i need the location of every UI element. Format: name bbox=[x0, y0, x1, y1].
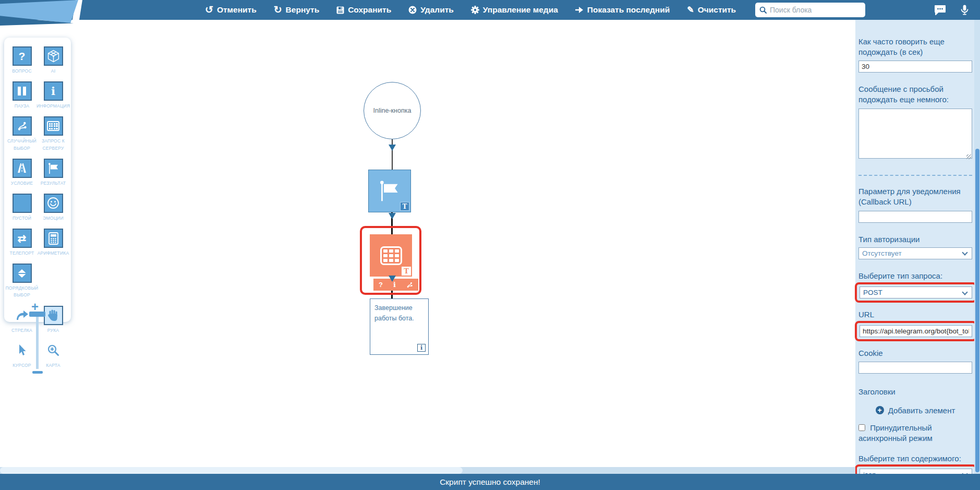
horizontal-scrollbar-thumb[interactable] bbox=[0, 467, 463, 474]
ai-hexagon-icon bbox=[47, 50, 60, 63]
note-info-icon[interactable]: i bbox=[417, 344, 426, 352]
branch-chip-icon[interactable] bbox=[406, 281, 413, 289]
url-label: URL bbox=[858, 309, 972, 320]
zoom-map-icon bbox=[47, 344, 59, 356]
start-node-label: Inline-кнопка bbox=[373, 107, 412, 114]
flag-icon bbox=[378, 180, 401, 202]
palette-item-cursor-tool[interactable]: КУРСОР bbox=[7, 341, 37, 369]
search-icon bbox=[759, 6, 767, 14]
smiley-icon bbox=[47, 197, 59, 209]
palette-label: РЕЗУЛЬТАТ bbox=[41, 180, 66, 187]
up-down-icon bbox=[17, 268, 27, 279]
palette-item-pause[interactable]: ПАУЗА bbox=[7, 81, 37, 110]
vertical-scrollbar-thumb[interactable] bbox=[975, 149, 979, 472]
question-chip-icon[interactable]: ? bbox=[379, 281, 383, 289]
palette-item-arithmetic[interactable]: АРИФМЕТИКА bbox=[38, 229, 68, 257]
divider bbox=[858, 175, 972, 176]
palette-item-result[interactable]: РЕЗУЛЬТАТ bbox=[38, 159, 68, 187]
search-input[interactable] bbox=[770, 6, 864, 14]
flag-icon bbox=[47, 162, 59, 174]
palette-item-map-tool[interactable]: КАРТА bbox=[38, 341, 68, 369]
request-type-value: POST bbox=[863, 289, 882, 296]
vertical-scrollbar[interactable] bbox=[974, 20, 980, 474]
palette-item-question[interactable]: ? ВОПРОС bbox=[7, 46, 37, 75]
force-async-label: Принудительный асинхронный режим bbox=[858, 423, 933, 443]
request-type-label: Выберите тип запроса: bbox=[858, 271, 972, 281]
highlight-url bbox=[855, 321, 977, 341]
delete-label: Удалить bbox=[420, 5, 454, 15]
clear-button[interactable]: ✎ Очистить bbox=[687, 5, 736, 15]
info-chip-icon[interactable]: i bbox=[393, 281, 396, 289]
palette-label: КУРСОР bbox=[13, 362, 31, 369]
chevron-down-icon bbox=[962, 250, 967, 256]
callback-url-label: Параметр для уведомления (Callback URL) bbox=[858, 186, 972, 208]
zoom-slider-track[interactable] bbox=[36, 313, 39, 369]
start-node-inline-button[interactable]: Inline-кнопка bbox=[364, 82, 421, 139]
undo-button[interactable]: ↺ Отменить bbox=[205, 5, 257, 15]
palette-item-empty[interactable]: ПУСТОЙ bbox=[7, 194, 37, 222]
plus-circle-icon: + bbox=[876, 406, 884, 414]
add-element-button[interactable]: + Добавить элемент bbox=[858, 406, 972, 415]
auth-type-label: Тип авторизации bbox=[858, 234, 972, 245]
palette-label: ПАУЗА bbox=[15, 103, 29, 110]
cursor-icon bbox=[16, 344, 28, 356]
pencil-icon: ✎ bbox=[687, 6, 694, 14]
palette-item-condition[interactable]: УСЛОВИЕ bbox=[7, 159, 37, 187]
wait-message-textarea[interactable] bbox=[858, 109, 972, 159]
delete-button[interactable]: Удалить bbox=[408, 5, 454, 15]
horizontal-scrollbar[interactable] bbox=[0, 467, 855, 474]
show-last-button[interactable]: Показать последний bbox=[575, 5, 670, 15]
zoom-out-button[interactable] bbox=[32, 371, 43, 374]
wait-interval-input[interactable] bbox=[858, 61, 972, 73]
palette-item-hand-tool[interactable]: РУКА bbox=[38, 306, 68, 334]
undo-icon: ↺ bbox=[205, 6, 213, 14]
chat-icon[interactable] bbox=[934, 5, 946, 15]
server-request-node-selected[interactable]: T bbox=[370, 234, 412, 277]
zoom-slider-handle[interactable] bbox=[29, 312, 45, 317]
gear-icon bbox=[471, 6, 479, 14]
save-button[interactable]: Сохранить bbox=[336, 5, 391, 15]
palette-label: ПУСТОЙ bbox=[13, 215, 31, 222]
palette-item-ordered-choice[interactable]: ПОРЯДКОВЫЙ ВЫБОР bbox=[7, 264, 37, 298]
headers-label: Заголовки bbox=[858, 387, 972, 397]
palette-item-emotions[interactable]: ЭМОЦИИ bbox=[38, 194, 68, 222]
palette-label: AI bbox=[51, 68, 55, 75]
callback-url-input[interactable] bbox=[858, 211, 972, 223]
palette-label: АРИФМЕТИКА bbox=[38, 250, 69, 257]
url-input[interactable] bbox=[860, 325, 972, 337]
chevron-down-icon bbox=[962, 289, 967, 295]
note-block[interactable]: Завершение работы бота. i bbox=[370, 298, 429, 355]
force-async-checkbox[interactable] bbox=[858, 424, 865, 431]
auth-type-select[interactable]: Отсутствует bbox=[858, 247, 972, 259]
redo-icon: ↻ bbox=[274, 6, 282, 14]
redo-button[interactable]: ↻ Вернуть bbox=[274, 5, 320, 15]
microphone-icon[interactable] bbox=[961, 5, 969, 16]
clear-label: Очистить bbox=[698, 5, 736, 15]
palette-item-random-choice[interactable]: СЛУЧАЙНЫЙ ВЫБОР bbox=[7, 116, 37, 151]
request-type-select[interactable]: POST bbox=[860, 286, 972, 298]
media-management-button[interactable]: Управление медиа bbox=[471, 5, 558, 15]
palette-label: ПОРЯДКОВЫЙ ВЫБОР bbox=[6, 285, 39, 298]
road-icon bbox=[16, 163, 28, 173]
settings-panel: Как часто говорить еще подождать (в сек)… bbox=[855, 20, 980, 474]
palette-label: ВОПРОС bbox=[12, 68, 32, 75]
palette-item-teleport[interactable]: ⇄ ТЕЛЕПОРТ bbox=[7, 229, 37, 257]
toolbar: ↺ Отменить ↻ Вернуть Сохранить Удалить У… bbox=[0, 0, 980, 20]
palette-label: ЭМОЦИИ bbox=[43, 215, 64, 222]
result-flag-node[interactable]: T bbox=[368, 170, 411, 212]
node-action-bar: ? i bbox=[373, 279, 418, 291]
curved-arrow-icon bbox=[15, 309, 29, 321]
text-mode-badge: T bbox=[402, 267, 411, 276]
palette-label: ИНФОРМАЦИЯ bbox=[37, 103, 70, 110]
delete-circle-icon bbox=[408, 6, 417, 14]
connector-line bbox=[391, 291, 393, 299]
cookie-input[interactable] bbox=[858, 362, 972, 374]
palette-label: ЗАПРОС К СЕРВЕРУ bbox=[38, 138, 68, 151]
content-type-label: Выберите тип содержимого: bbox=[858, 453, 972, 464]
question-icon: ? bbox=[19, 50, 26, 63]
palette-item-ai[interactable]: AI bbox=[38, 46, 68, 75]
undo-label: Отменить bbox=[217, 5, 257, 15]
palette-item-information[interactable]: i ИНФОРМАЦИЯ bbox=[38, 81, 68, 110]
palette-item-server-request[interactable]: ЗАПРОС К СЕРВЕРУ bbox=[38, 116, 68, 151]
connector-arrow-icon bbox=[389, 145, 396, 151]
